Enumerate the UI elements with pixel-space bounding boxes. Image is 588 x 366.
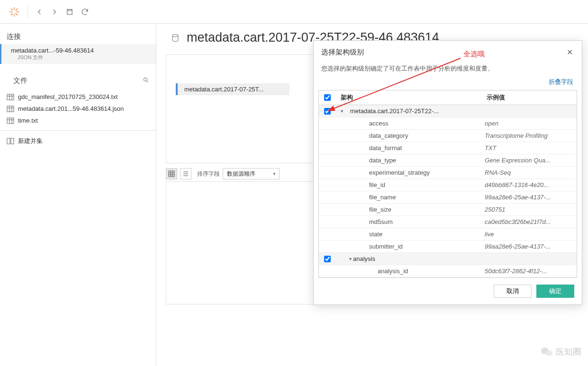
field-name: data_type <box>336 154 482 166</box>
field-value: Gene Expression Qua... <box>482 154 577 166</box>
svg-rect-24 <box>11 138 14 144</box>
table-row[interactable]: analysis_id50dc63f7-2862-4f12-... <box>319 265 577 277</box>
file-item[interactable]: gdc_manifest_20170725_230024.txt <box>0 91 156 103</box>
table-row[interactable]: file_size250751 <box>319 204 577 216</box>
field-value: RNA-Seq <box>482 167 577 179</box>
svg-point-25 <box>172 34 178 36</box>
select-all-checkbox[interactable] <box>324 94 331 101</box>
svg-line-5 <box>16 13 18 15</box>
watermark: 医知圈 <box>541 346 581 357</box>
connection-type: JSON 文件 <box>11 54 149 61</box>
wechat-icon <box>541 347 553 357</box>
table-row[interactable]: data_typeGene Expression Qua... <box>319 154 577 167</box>
union-icon <box>7 138 14 144</box>
expand-icon[interactable]: ▾ <box>336 105 347 117</box>
table-icon <box>7 106 14 112</box>
dialog-title: 选择架构级别 <box>321 48 364 57</box>
svg-line-6 <box>16 9 18 10</box>
connection-name: metadata.cart...-59-46.483614 <box>11 47 149 54</box>
table-row[interactable]: submitter_id99aa28e6-25ae-4137-... <box>319 241 577 253</box>
svg-point-36 <box>546 350 552 356</box>
field-value: 250751 <box>482 204 577 215</box>
file-name: time.txt <box>18 117 38 124</box>
datasource-icon <box>171 33 180 43</box>
field-value: live <box>482 228 577 240</box>
field-name: access <box>336 117 482 129</box>
cancel-button[interactable]: 取消 <box>494 285 532 298</box>
save-button[interactable] <box>62 4 77 19</box>
table-row[interactable]: ▾ analysis <box>319 253 577 265</box>
refresh-button[interactable] <box>77 4 92 19</box>
row-name: analysis <box>350 253 482 265</box>
row-name: metadata.cart.2017-07-25T22-... <box>347 105 482 117</box>
back-button[interactable] <box>32 4 47 19</box>
table-pill[interactable]: metadata.cart.2017-07-25T... <box>176 83 289 95</box>
sidebar: 连接 metadata.cart...-59-46.483614 JSON 文件… <box>0 24 156 366</box>
files-header: 文件 <box>7 73 34 88</box>
svg-rect-15 <box>7 106 14 112</box>
row-checkbox[interactable] <box>324 108 331 115</box>
field-value: TXT <box>482 142 577 154</box>
file-name: gdc_manifest_20170725_230024.txt <box>18 93 118 100</box>
list-view-button[interactable] <box>180 168 191 179</box>
divider <box>0 130 156 131</box>
svg-rect-23 <box>7 138 10 144</box>
grid-view-button[interactable] <box>166 168 177 179</box>
table-row[interactable]: experimental_strategyRNA-Seq <box>319 167 577 179</box>
field-name: data_category <box>336 130 482 142</box>
file-item[interactable]: time.txt <box>0 115 156 126</box>
field-value: 99aa28e6-25ae-4137-... <box>482 191 577 203</box>
sort-label: 排序字段 <box>197 170 220 178</box>
field-name: file_id <box>336 179 482 191</box>
svg-rect-11 <box>7 94 14 100</box>
field-value: open <box>482 117 577 129</box>
table-icon <box>7 94 14 100</box>
expand-icon[interactable]: ▾ <box>336 253 350 265</box>
field-name: submitter_id <box>336 241 482 252</box>
svg-rect-26 <box>169 171 174 177</box>
field-value: 50dc63f7-2862-4f12-... <box>482 265 577 277</box>
row-checkbox[interactable] <box>324 256 331 262</box>
schema-table: 架构 示例值 ▾ metadata.cart.2017-07-25T22-...… <box>318 90 577 278</box>
close-icon[interactable]: ✕ <box>565 47 574 57</box>
svg-line-10 <box>147 81 148 82</box>
new-union-button[interactable]: 新建并集 <box>0 134 156 148</box>
search-icon[interactable] <box>143 77 149 85</box>
table-row[interactable]: data_categoryTranscriptome Profiling <box>319 130 577 142</box>
field-value: ca0ed5bc3f26be21f7d... <box>482 216 577 228</box>
ok-button[interactable]: 确定 <box>536 285 574 298</box>
svg-rect-8 <box>67 9 72 14</box>
file-item[interactable]: metadata.cart.201...59-46.483614.json <box>0 103 156 115</box>
top-toolbar <box>0 0 588 24</box>
svg-point-9 <box>144 78 147 81</box>
table-header: 架构 示例值 <box>319 90 577 105</box>
svg-line-4 <box>11 9 13 10</box>
schema-dialog: 选择架构级别 ✕ 您选择的架构级别确定了可在工作表中用于分析的维度和度量。 折叠… <box>313 40 582 305</box>
watermark-text: 医知圈 <box>556 346 581 357</box>
connection-item[interactable]: metadata.cart...-59-46.483614 JSON 文件 <box>0 44 156 64</box>
table-row[interactable]: statelive <box>319 228 577 241</box>
field-name: experimental_strategy <box>336 167 482 179</box>
table-row[interactable]: data_formatTXT <box>319 142 577 154</box>
new-union-label: 新建并集 <box>18 137 43 145</box>
field-value: d49bb867-1316-4e20... <box>482 179 577 191</box>
col-schema: 架构 <box>336 90 482 105</box>
file-name: metadata.cart.201...59-46.483614.json <box>18 105 124 112</box>
field-value: 99aa28e6-25ae-4137-... <box>482 241 577 252</box>
table-row[interactable]: accessopen <box>319 117 577 130</box>
field-name: analysis_id <box>336 265 482 277</box>
svg-rect-19 <box>7 118 14 124</box>
forward-button[interactable] <box>47 4 62 19</box>
sort-select[interactable]: 数据源顺序 <box>223 168 280 179</box>
col-example: 示例值 <box>482 90 577 105</box>
collapse-fields-link[interactable]: 折叠字段 <box>549 78 573 85</box>
field-name: data_format <box>336 142 482 154</box>
table-row[interactable]: md5sumca0ed5bc3f26be21f7d... <box>319 216 577 228</box>
separator <box>27 6 28 18</box>
table-row[interactable]: file_name99aa28e6-25ae-4137-... <box>319 191 577 204</box>
table-row[interactable]: ▾ metadata.cart.2017-07-25T22-... <box>319 105 577 117</box>
tableau-logo-icon <box>9 6 20 18</box>
field-name: state <box>336 228 482 240</box>
table-row[interactable]: file_idd49bb867-1316-4e20... <box>319 179 577 191</box>
dialog-description: 您选择的架构级别确定了可在工作表中用于分析的维度和度量。 <box>314 62 582 78</box>
